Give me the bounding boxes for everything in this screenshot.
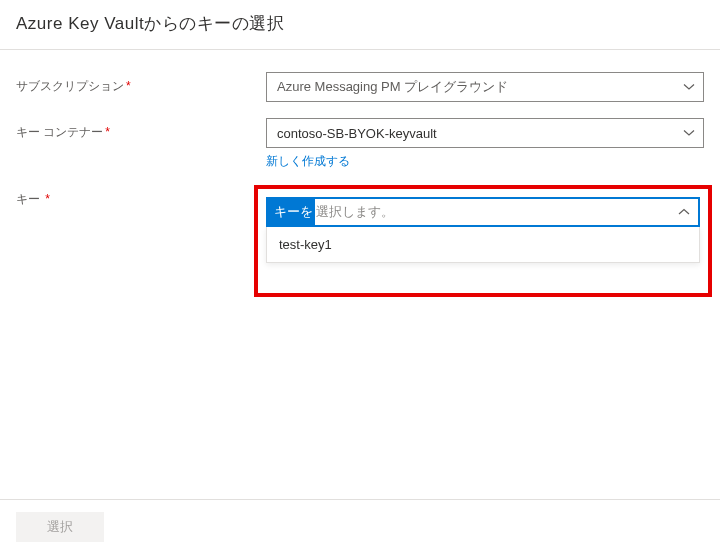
subscription-row: サブスクリプション* Azure Messaging PM プレイグラウンド (16, 72, 704, 102)
key-dropdown-placeholder: キーを選択します。 (268, 199, 394, 225)
key-dropdown-panel: test-key1 (266, 227, 700, 263)
keyvault-dropdown-value: contoso-SB-BYOK-keyvault (277, 126, 437, 141)
subscription-dropdown[interactable]: Azure Messaging PM プレイグラウンド (266, 72, 704, 102)
footer-bar: 選択 (0, 499, 720, 554)
keyvault-label-text: キー コンテナー (16, 125, 103, 139)
key-placeholder-rest: 選択します。 (315, 203, 394, 221)
key-row: キー * キーを選択します。 test-key1 (16, 185, 704, 297)
key-label: キー * (16, 185, 266, 208)
keyvault-dropdown[interactable]: contoso-SB-BYOK-keyvault (266, 118, 704, 148)
chevron-up-icon (678, 206, 690, 218)
required-asterisk: * (45, 192, 50, 206)
key-label-text: キー (16, 192, 40, 206)
select-button-label: 選択 (47, 519, 73, 534)
required-asterisk: * (105, 125, 110, 139)
required-asterisk: * (126, 79, 131, 93)
annotation-highlight: キーを選択します。 test-key1 (254, 185, 712, 297)
chevron-down-icon (683, 81, 695, 93)
keyvault-row: キー コンテナー* contoso-SB-BYOK-keyvault 新しく作成… (16, 118, 704, 169)
subscription-label: サブスクリプション* (16, 72, 266, 95)
keyvault-label: キー コンテナー* (16, 118, 266, 141)
key-placeholder-highlighted: キーを (268, 199, 315, 225)
panel-title: Azure Key Vaultからのキーの選択 (0, 0, 720, 50)
key-option[interactable]: test-key1 (267, 227, 699, 262)
key-option-label: test-key1 (279, 237, 332, 252)
form-body: サブスクリプション* Azure Messaging PM プレイグラウンド キ… (0, 50, 720, 297)
select-button[interactable]: 選択 (16, 512, 104, 542)
chevron-down-icon (683, 127, 695, 139)
create-new-link[interactable]: 新しく作成する (266, 154, 704, 169)
subscription-label-text: サブスクリプション (16, 79, 124, 93)
create-new-link-text: 新しく作成する (266, 155, 350, 167)
key-dropdown[interactable]: キーを選択します。 (266, 197, 700, 227)
panel-title-text: Azure Key Vaultからのキーの選択 (16, 14, 284, 33)
subscription-dropdown-value: Azure Messaging PM プレイグラウンド (277, 78, 508, 96)
